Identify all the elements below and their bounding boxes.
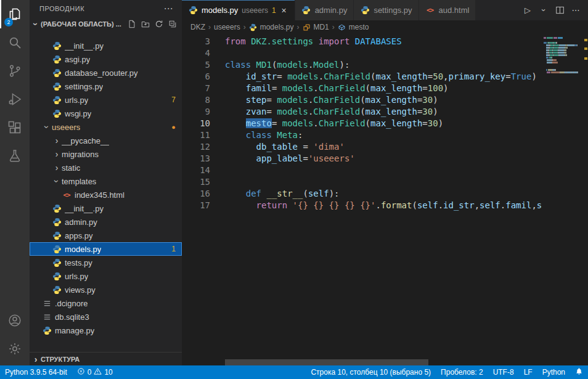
error-count: 0: [88, 368, 92, 377]
code-line-4[interactable]: 4: [182, 47, 588, 59]
line-content: class MD1(models.Model):: [225, 59, 349, 71]
code-line-12[interactable]: 12 db_table = 'dima': [182, 141, 588, 153]
code-line-16[interactable]: 16 def __str__(self):: [182, 188, 588, 200]
tree-item-urls-py[interactable]: urls.py: [30, 269, 182, 283]
tree-item-useeers[interactable]: ›useeers●: [30, 120, 182, 134]
refresh-icon[interactable]: [153, 18, 165, 30]
breadcrumb-item-models-py[interactable]: models.py: [249, 23, 294, 31]
tree-item-database-roouter-py[interactable]: database_roouter.py: [30, 66, 182, 79]
tree-item-views-py[interactable]: views.py: [30, 283, 182, 296]
tree-item-init-py[interactable]: __init__.py: [30, 202, 182, 215]
close-icon[interactable]: ×: [280, 6, 288, 15]
python-icon: [52, 285, 62, 295]
tree-item-urls-py[interactable]: urls.py7: [30, 93, 182, 107]
run-button[interactable]: ▷: [520, 3, 535, 18]
activity-account-icon[interactable]: [0, 306, 30, 335]
ellipsis-icon[interactable]: ⋯: [164, 3, 174, 14]
breadcrumb-item-md1[interactable]: MD1: [302, 23, 329, 31]
tab-models-py[interactable]: models.pyuseeers1×: [182, 0, 295, 20]
breadcrumb-label: DKZ: [190, 23, 205, 31]
tree-item-tests-py[interactable]: tests.py: [30, 256, 182, 269]
horizontal-scrollbar[interactable]: [225, 359, 428, 365]
workspace-section-header[interactable]: › (РАБОЧАЯ ОБЛАСТЬ) ...: [30, 17, 182, 31]
status-encoding[interactable]: UTF-8: [488, 365, 519, 379]
code-line-8[interactable]: 8 step= models.CharField(max_length=30): [182, 94, 588, 106]
code-line-3[interactable]: 3from DKZ.settings import DATABASES: [182, 36, 588, 47]
tab-aud-html[interactable]: <>aud.html: [419, 0, 476, 20]
status-indentation[interactable]: Пробелов: 2: [436, 365, 488, 379]
code-line-13[interactable]: 13 app_label='useeers': [182, 153, 588, 165]
activity-search-icon[interactable]: [0, 28, 30, 57]
tree-item-label: admin.py: [65, 218, 97, 227]
tab-label: aud.html: [439, 6, 470, 15]
breadcrumb-item-useeers[interactable]: useeers: [214, 23, 240, 31]
line-number: 14: [182, 165, 210, 176]
code-line-7[interactable]: 7 famil= models.CharField(max_length=100…: [182, 83, 588, 94]
status-cursor-position[interactable]: Строка 10, столбец 10 (выбрано 5): [306, 365, 436, 379]
status-language[interactable]: Python: [537, 365, 570, 379]
breadcrumb-item-mesto[interactable]: mesto: [338, 23, 369, 31]
new-folder-icon[interactable]: [139, 18, 151, 30]
python-icon: [52, 217, 62, 227]
tree-item-static[interactable]: ›static: [30, 161, 182, 174]
status-eol[interactable]: LF: [519, 365, 537, 379]
html-icon: <>: [62, 190, 71, 200]
tree-item-index345-html[interactable]: <>index345.html: [30, 188, 182, 202]
activity-settings-icon[interactable]: [0, 335, 30, 363]
tree-item-asgi-py[interactable]: asgi.py: [30, 52, 182, 66]
tab-label: admin.py: [315, 6, 348, 15]
tree-item-partial[interactable]: [30, 31, 182, 39]
python-icon: [52, 271, 62, 281]
tree-item-dcignore[interactable]: .dcignore: [30, 296, 182, 310]
activity-run-debug-icon[interactable]: [0, 85, 30, 113]
code-line-9[interactable]: 9 zvan= models.CharField(max_length=30): [182, 106, 588, 118]
tree-item-label: tests.py: [65, 258, 92, 267]
run-dropdown-button[interactable]: ›: [536, 3, 551, 18]
status-problems[interactable]: 010: [72, 365, 118, 379]
tree-item-templates[interactable]: ›templates: [30, 174, 182, 188]
python-icon: [52, 54, 62, 64]
activity-explorer-icon[interactable]: 2: [0, 0, 30, 28]
breadcrumb-item-dkz[interactable]: DKZ: [190, 23, 205, 31]
file-icon: [42, 312, 52, 322]
code-line-17[interactable]: 17 return '{} {} {} {} {}'.format(self.i…: [182, 200, 588, 211]
code-line-15[interactable]: 15: [182, 176, 588, 188]
activity-source-control-icon[interactable]: [0, 57, 30, 85]
tree-item-settings-py[interactable]: settings.py: [30, 79, 182, 93]
code-line-5[interactable]: 5class MD1(models.Model):: [182, 59, 588, 71]
line-number: 9: [182, 106, 210, 118]
tree-item-label: __pycache__: [62, 136, 109, 145]
code-line-11[interactable]: 11 class Meta:: [182, 129, 588, 141]
code-line-10[interactable]: 10 mesto= models.CharField(max_length=30…: [182, 118, 588, 129]
more-actions-button[interactable]: ⋯: [568, 3, 583, 18]
minimap[interactable]: [544, 34, 583, 365]
code-line-6[interactable]: 6 id_str= models.CharField(max_length=50…: [182, 71, 588, 83]
activity-testing-icon[interactable]: [0, 142, 30, 170]
tree-item-migrations[interactable]: ›migrations: [30, 147, 182, 161]
line-content: db_table = 'dima': [225, 141, 345, 153]
outline-section-header[interactable]: › СТРУКТУРА: [30, 352, 182, 365]
python-icon: [52, 68, 62, 78]
tree-item-apps-py[interactable]: apps.py: [30, 229, 182, 242]
code-line-14[interactable]: 14: [182, 165, 588, 176]
new-file-icon[interactable]: [126, 18, 137, 30]
tree-item-db-sqlite3[interactable]: db.sqlite3: [30, 310, 182, 324]
tree-item-manage-py[interactable]: manage.py: [30, 324, 182, 337]
collapse-all-icon[interactable]: [166, 18, 178, 30]
status-python-version[interactable]: Python 3.9.5 64-bit: [0, 365, 72, 379]
activity-extensions-icon[interactable]: [0, 113, 30, 142]
line-number: 7: [182, 83, 210, 94]
tree-item-admin-py[interactable]: admin.py: [30, 215, 182, 229]
split-editor-button[interactable]: [552, 3, 567, 18]
warning-icon: [94, 367, 102, 377]
tree-item-label: db.sqlite3: [55, 312, 89, 322]
tab-admin-py[interactable]: admin.py: [295, 0, 354, 20]
tree-item-models-py[interactable]: models.py1: [30, 242, 182, 256]
tree-item-wsgi-py[interactable]: wsgi.py: [30, 107, 182, 120]
tab-settings-py[interactable]: settings.py: [354, 0, 419, 20]
code-editor[interactable]: 3from DKZ.settings import DATABASES45cla…: [182, 34, 588, 365]
status-notifications[interactable]: [570, 365, 588, 379]
tree-item-init-py[interactable]: __init__.py: [30, 39, 182, 52]
python-icon: [249, 23, 258, 31]
tree-item-pycache[interactable]: ›__pycache__: [30, 134, 182, 147]
